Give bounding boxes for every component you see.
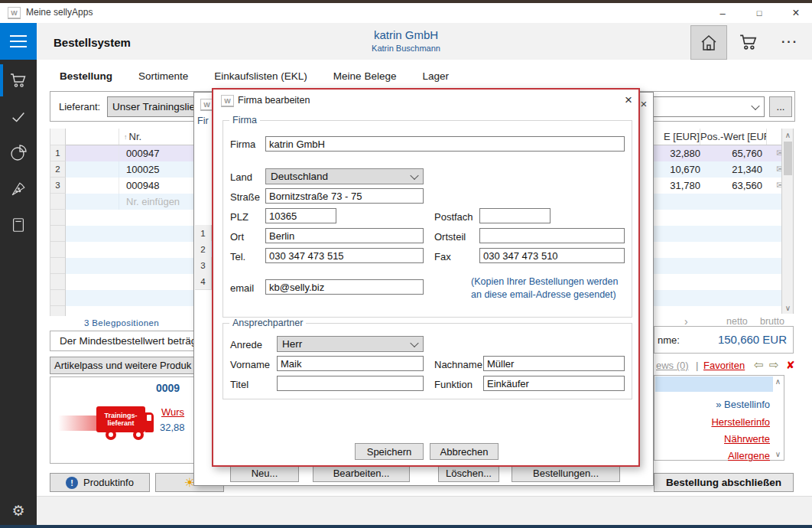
scroll-down-icon[interactable]: ∨ [773,449,783,459]
cell-nr: 000947 [119,145,193,161]
bestellung-abschliessen-button[interactable]: Bestellung abschließen [654,473,794,492]
views-link[interactable]: ews (0) [656,360,689,371]
tab-einkaufslisten[interactable]: Einkaufslisten (EKL) [214,70,307,82]
scroll-up-icon[interactable]: ∧ [782,129,794,141]
produktinfo-button[interactable]: ! Produktinfo [50,473,150,492]
minimize-button[interactable]: – [711,5,734,21]
settings-gear-button[interactable]: ⚙ [0,494,37,527]
filter-select[interactable] [648,96,765,117]
sidebar-item-bestellung[interactable] [0,64,37,97]
postfach-label: Postfach [434,211,473,223]
list-row-number[interactable]: 3 [195,257,212,274]
row-number-column [50,210,66,316]
sidebar-item-food[interactable] [0,172,37,206]
remove-favorite-icon[interactable]: ✘ [786,359,795,371]
tab-bar: Bestellung Sortimente Einkaufslisten (EK… [60,70,449,82]
titel-label: Titel [230,379,248,390]
email-label: email [230,282,254,294]
email-note: (Kopien Ihrer Bestellungen werden an die… [471,275,627,301]
table-row[interactable]: 32,880 65,760 ✉ [654,145,793,161]
bestellinfo-link[interactable]: » Bestellinfo [716,399,770,410]
next-arrow-icon[interactable]: ⇨ [769,358,779,372]
column-header-nr[interactable]: ↑ Nr. [119,129,193,145]
tab-sortimente[interactable]: Sortimente [138,70,188,82]
window-bottom-edge [0,525,812,528]
tab-meine-belege[interactable]: Meine Belege [333,70,397,82]
table-row[interactable]: 1 000947 [50,145,193,161]
firma-input[interactable] [265,136,625,152]
nachname-input[interactable] [483,356,625,371]
tel-input[interactable] [265,248,424,263]
positions-count: 3 Belegpositionen [50,318,193,328]
netto-toggle[interactable]: netto [726,316,748,327]
sidebar-item-statistics[interactable] [0,136,37,170]
ort-label: Ort [230,231,244,243]
naehrwerte-link[interactable]: Nährwerte [724,433,770,445]
herstellerinfo-link[interactable]: Herstellerinfo [711,416,770,428]
sort-asc-icon: ↑ [124,133,128,141]
column-header-e-eur[interactable]: E [EUR] [654,129,700,145]
strasse-input[interactable] [265,188,424,204]
home-button[interactable] [690,25,727,60]
sidebar-item-catalog[interactable] [0,208,37,242]
cart-header-button[interactable] [731,25,766,58]
tab-bestellung[interactable]: Bestellung [60,70,112,82]
ort-input[interactable] [265,228,424,243]
table-row[interactable]: 2 100025 [50,161,193,178]
favoriten-link[interactable]: Favoriten [703,360,745,371]
browse-button[interactable]: ... [769,96,792,117]
book-icon [10,217,27,233]
brutto-toggle[interactable]: brutto [760,316,784,327]
table-header-row: E [EUR] Pos.-Wert [EUR] [654,129,793,145]
close-button[interactable]: × [620,93,637,108]
table-row[interactable]: 10,670 21,340 ✉ [654,161,793,178]
scroll-up-icon[interactable]: ∧ [773,376,783,386]
plz-input[interactable] [265,208,336,223]
close-button[interactable]: × [784,5,807,21]
abbrechen-button[interactable]: Abbrechen [430,443,499,460]
selected-info-row[interactable] [655,376,773,392]
insert-placeholder: Nr. einfügen [119,194,193,210]
cell-nr: 000948 [119,178,193,194]
tab-lager[interactable]: Lager [422,70,449,82]
chevron-down-icon [410,338,418,347]
list-row-number[interactable]: 2 [195,241,212,258]
land-select[interactable]: Deutschland [265,168,424,184]
vorname-input[interactable] [277,356,424,371]
vorname-label: Vorname [230,359,270,370]
column-header-pos-wert[interactable]: Pos.-Wert [EUR] [700,129,767,145]
funktion-input[interactable] [483,376,625,391]
fax-input[interactable] [479,248,625,263]
speichern-button[interactable]: Speichern [355,443,424,460]
product-name-link[interactable]: Wurs [161,406,184,418]
list-row-number[interactable]: 4 [195,273,212,290]
window-title: Meine sellyApps [26,7,93,18]
tel-label: Tel. [230,251,245,262]
postfach-input[interactable] [479,208,551,223]
insert-row[interactable]: Nr. einfügen [50,194,193,210]
positions-table-left: ↑ Nr. 1 000947 2 100025 3 000948 Nr. ein… [50,129,193,316]
scrollbar-thumb[interactable] [784,142,792,175]
scroll-down-icon[interactable]: ∨ [782,301,794,314]
ortsteil-input[interactable] [479,228,625,243]
prev-arrow-icon[interactable]: ⇦ [754,358,764,372]
land-label: Land [230,171,252,183]
allergene-link[interactable]: Allergene [728,450,770,461]
company-block: katrin GmbH Katrin Buschmann [291,28,521,53]
hamburger-menu-button[interactable] [0,23,37,60]
titel-input[interactable] [277,376,424,391]
vertical-scrollbar[interactable]: ∧ ∨ [781,129,794,314]
email-input[interactable] [265,279,424,295]
company-name: katrin GmbH [291,28,521,41]
trainingslieferant-logo-icon: Trainings- lieferant [58,405,154,451]
table-row[interactable]: 31,780 63,560 ✉ [654,178,793,194]
more-menu-button[interactable]: ··· [772,25,807,58]
sum-value: 150,660 EUR [718,333,787,346]
list-row-number[interactable]: 1 [195,225,212,242]
anrede-select[interactable]: Herr [277,336,424,352]
sidebar-item-check[interactable] [0,100,37,134]
firma-label: Firma [230,139,255,150]
funktion-label: Funktion [434,379,473,390]
maximize-button[interactable]: □ [748,5,771,21]
table-row[interactable]: 3 000948 [50,178,193,194]
